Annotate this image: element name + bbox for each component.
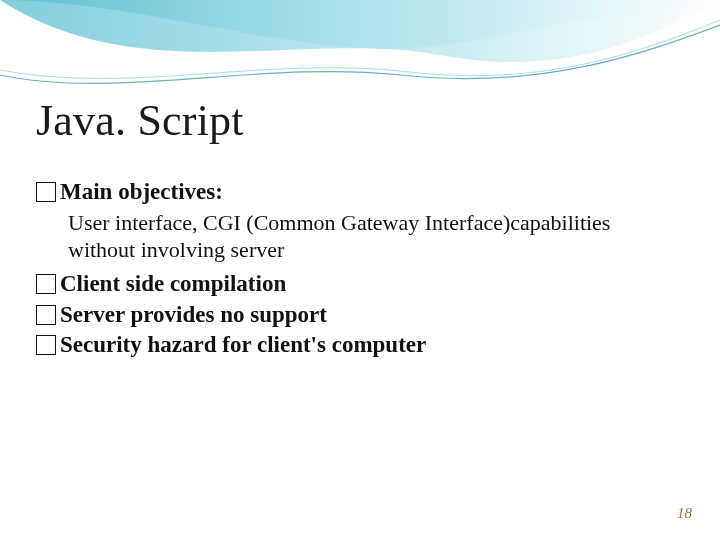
bullet-item: Main objectives: [36,178,676,207]
square-bullet-icon [36,274,56,294]
slide-body: Main objectives: User interface, CGI (Co… [36,178,676,362]
bullet-text: Client side compilation [60,270,286,299]
bullet-text: Security hazard for client's computer [60,331,426,360]
bullet-item: Server provides no support [36,301,676,330]
square-bullet-icon [36,335,56,355]
bullet-item: Security hazard for client's computer [36,331,676,360]
square-bullet-icon [36,182,56,202]
bullet-item: Client side compilation [36,270,676,299]
square-bullet-icon [36,305,56,325]
page-number: 18 [677,505,692,522]
slide: Java. Script Main objectives: User inter… [0,0,720,540]
sub-bullet-text: User interface, CGI (Common Gateway Inte… [68,209,676,264]
bullet-text: Main objectives: [60,178,223,207]
header-decoration [0,0,720,110]
bullet-text: Server provides no support [60,301,327,330]
slide-title: Java. Script [36,95,244,146]
